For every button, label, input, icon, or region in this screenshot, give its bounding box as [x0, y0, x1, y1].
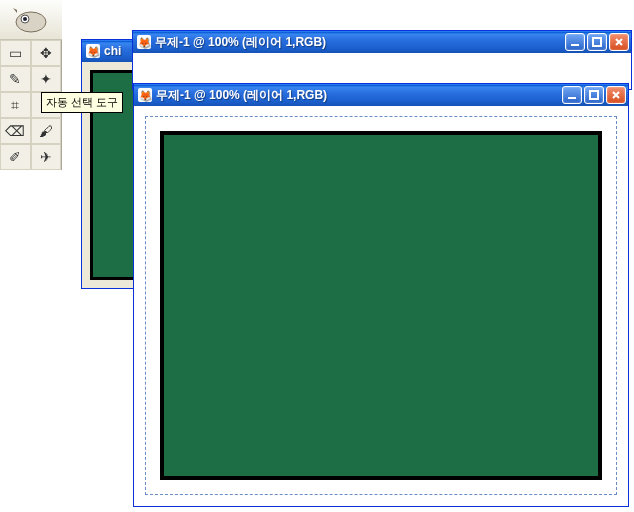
tool-airbrush[interactable]: ✈ — [31, 144, 62, 170]
window-doc-back[interactable]: 🦊 무제-1 @ 100% (레이어 1,RGB) — [132, 30, 632, 90]
tool-brush[interactable]: 🖌 — [31, 118, 62, 144]
minimize-button[interactable] — [562, 86, 582, 104]
tooltip: 자동 선택 도구 — [41, 92, 123, 113]
maximize-button[interactable] — [584, 86, 604, 104]
app-logo — [0, 0, 62, 40]
titlebar-doc-front[interactable]: 🦊 무제-1 @ 100% (레이어 1,RGB) — [134, 84, 628, 106]
toolbox-panel: ▭ ✥ ✎ ✦ ⌗ ⤢ ⌫ 🖌 ✐ ✈ — [0, 0, 62, 170]
svg-rect-3 — [571, 44, 579, 46]
tool-pencil[interactable]: ✐ — [0, 144, 31, 170]
window-icon: 🦊 — [86, 44, 100, 58]
tool-eraser[interactable]: ⌫ — [0, 118, 31, 144]
svg-point-2 — [23, 17, 27, 21]
svg-point-0 — [16, 12, 46, 32]
tool-crop[interactable]: ⌗ — [0, 92, 31, 118]
window-icon: 🦊 — [138, 88, 152, 102]
tool-lasso[interactable]: ✎ — [0, 66, 31, 92]
window-doc-front[interactable]: 🦊 무제-1 @ 100% (레이어 1,RGB) — [133, 83, 629, 507]
tool-magic-wand[interactable]: ✦ — [31, 66, 62, 92]
window-title: 무제-1 @ 100% (레이어 1,RGB) — [155, 34, 565, 51]
doc-client-area — [135, 106, 627, 505]
close-button[interactable] — [606, 86, 626, 104]
window-title: 무제-1 @ 100% (레이어 1,RGB) — [156, 87, 562, 104]
svg-rect-6 — [590, 91, 598, 99]
svg-rect-5 — [568, 97, 576, 99]
selection-marquee[interactable] — [145, 116, 617, 495]
tool-rect-select[interactable]: ▭ — [0, 40, 31, 66]
titlebar-doc-back[interactable]: 🦊 무제-1 @ 100% (레이어 1,RGB) — [133, 31, 631, 53]
close-button[interactable] — [609, 33, 629, 51]
image-canvas[interactable] — [160, 131, 602, 480]
desktop: ▭ ✥ ✎ ✦ ⌗ ⤢ ⌫ 🖌 ✐ ✈ 자동 선택 도구 🦊 chi 🦊 무제-… — [0, 0, 634, 512]
window-controls — [565, 33, 629, 51]
tool-move[interactable]: ✥ — [31, 40, 62, 66]
window-controls — [562, 86, 626, 104]
window-icon: 🦊 — [137, 35, 151, 49]
maximize-button[interactable] — [587, 33, 607, 51]
svg-rect-4 — [593, 38, 601, 46]
minimize-button[interactable] — [565, 33, 585, 51]
